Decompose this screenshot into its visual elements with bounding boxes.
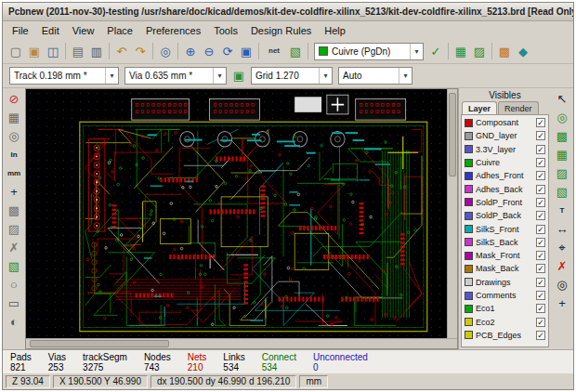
layer-select[interactable]: Cuivre (PgDn) ▾ — [314, 43, 424, 60]
cursor-shape-icon[interactable]: + — [6, 183, 23, 201]
zoom-fit-icon[interactable]: ▣ — [237, 42, 255, 60]
layer-color-swatch[interactable] — [465, 119, 473, 127]
layer-visibility-checkbox[interactable]: ✓ — [536, 118, 545, 127]
layer-row-Comments[interactable]: Comments✓ — [462, 289, 548, 302]
layer-visibility-checkbox[interactable]: ✓ — [536, 185, 545, 194]
layer-color-swatch[interactable] — [465, 159, 473, 167]
layer-row-3.3V_layer[interactable]: 3.3V_layer✓ — [462, 143, 548, 156]
layer-color-swatch[interactable] — [465, 132, 473, 140]
layer-visibility-checkbox[interactable]: ✓ — [536, 211, 545, 220]
layer-visibility-checkbox[interactable]: ✓ — [536, 251, 545, 260]
layer-visibility-checkbox[interactable]: ✓ — [536, 264, 545, 273]
layer-color-swatch[interactable] — [465, 145, 473, 153]
layer-color-swatch[interactable] — [465, 225, 473, 233]
add-track-icon[interactable]: ▨ — [554, 164, 571, 182]
layer-row-Eco1[interactable]: Eco1✓ — [462, 302, 548, 315]
layer-row-SoldP_Front[interactable]: SoldP_Front✓ — [462, 196, 548, 209]
track-width-select[interactable]: Track 0.198 mm * ▾ — [9, 67, 119, 85]
redo-icon[interactable]: ↷ — [131, 42, 150, 60]
grid-toggle-icon[interactable]: ▦ — [6, 109, 23, 126]
layer-visibility-checkbox[interactable]: ✓ — [536, 304, 545, 313]
menu-edit[interactable]: Edit — [35, 23, 66, 38]
add-footprint-icon[interactable]: ▦ — [554, 146, 571, 163]
units-inch-icon[interactable]: In — [6, 146, 23, 163]
tracks-sketch-icon[interactable]: ▭ — [6, 294, 23, 312]
highlight-net-icon[interactable]: ◎ — [554, 109, 571, 126]
layer-visibility-checkbox[interactable]: ✓ — [536, 131, 545, 140]
show-zones-icon[interactable]: ▧ — [6, 257, 23, 275]
menu-help[interactable]: Help — [318, 23, 352, 38]
layer-visibility-checkbox[interactable]: ✓ — [536, 171, 545, 180]
vertical-scrollbar-thumb[interactable] — [449, 93, 456, 176]
layer-visibility-checkbox[interactable]: ✓ — [536, 225, 545, 234]
pcb-canvas[interactable] — [26, 89, 447, 338]
layer-row-SoldP_Back[interactable]: SoldP_Back✓ — [462, 209, 548, 222]
menu-tools[interactable]: Tools — [207, 23, 244, 38]
horizontal-scrollbar-thumb[interactable] — [30, 340, 169, 347]
layer-visibility-checkbox[interactable]: ✓ — [536, 318, 545, 327]
add-zone-icon[interactable]: ▧ — [554, 183, 571, 201]
layer-row-PCB_Edges[interactable]: PCB_Edges✓ — [462, 329, 548, 342]
save-board-icon[interactable]: ◫ — [44, 42, 62, 60]
new-board-icon[interactable]: ▢ — [7, 42, 25, 60]
layer-row-GND_layer[interactable]: GND_layer✓ — [462, 129, 548, 142]
layer-row-Mask_Front[interactable]: Mask_Front✓ — [462, 249, 548, 262]
add-text-icon[interactable]: T — [554, 202, 571, 219]
delete-tool-icon[interactable]: ✗ — [554, 257, 571, 275]
auto-track-width-icon[interactable]: ▣ — [229, 67, 248, 85]
drc-off-icon[interactable]: ⊘ — [6, 90, 23, 108]
ratsnest-icon[interactable]: ▩ — [6, 202, 23, 219]
undo-icon[interactable]: ↶ — [112, 42, 131, 60]
grid-origin-icon[interactable]: + — [554, 294, 571, 312]
layer-color-swatch[interactable] — [465, 305, 473, 313]
layer-visibility-checkbox[interactable]: ✓ — [536, 145, 545, 154]
apply-layer-icon[interactable]: ✓ — [426, 42, 445, 60]
high-contrast-icon[interactable]: ◐ — [6, 313, 23, 331]
zoom-out-icon[interactable]: ⊖ — [200, 42, 218, 60]
layer-visibility-checkbox[interactable]: ✓ — [536, 158, 545, 167]
add-dimension-icon[interactable]: ↔ — [554, 220, 571, 238]
layer-visibility-checkbox[interactable]: ✓ — [536, 278, 545, 287]
layer-color-swatch[interactable] — [465, 185, 473, 193]
zoom-in-icon[interactable]: ⊕ — [181, 42, 200, 60]
layer-row-Drawings[interactable]: Drawings✓ — [462, 276, 548, 289]
layer-color-swatch[interactable] — [465, 318, 473, 326]
via-size-select[interactable]: Via 0.635 mm * ▾ — [124, 67, 227, 85]
select-tool-icon[interactable]: ↖ — [554, 90, 571, 108]
print-icon[interactable]: ▥ — [87, 42, 106, 60]
layer-color-swatch[interactable] — [465, 238, 473, 246]
track-mode-icon[interactable]: ▨ — [470, 42, 489, 60]
layer-row-SilkS_Back[interactable]: SilkS_Back✓ — [462, 236, 548, 249]
layer-color-swatch[interactable] — [465, 198, 473, 206]
layer-color-swatch[interactable] — [465, 278, 473, 286]
grid-select[interactable]: Grid 1.270 ▾ — [251, 67, 333, 85]
menu-view[interactable]: View — [66, 23, 101, 38]
layer-color-swatch[interactable] — [465, 331, 473, 339]
window-titlebar[interactable]: Pcbnew (2011-nov-30)-testing /usr/share/… — [3, 3, 573, 21]
page-settings-icon[interactable]: ▤ — [69, 42, 87, 60]
module-ratsnest-icon[interactable]: ▨ — [6, 220, 23, 238]
autoroute-icon[interactable]: ▩ — [495, 42, 514, 60]
tab-render[interactable]: Render — [498, 101, 539, 114]
layer-row-Cuivre[interactable]: Cuivre✓ — [462, 156, 548, 169]
drc-icon[interactable]: ▧ — [286, 42, 305, 60]
module-mode-icon[interactable]: ▦ — [452, 42, 470, 60]
layer-row-Mask_Back[interactable]: Mask_Back✓ — [462, 262, 548, 275]
layer-color-swatch[interactable] — [465, 292, 473, 300]
layer-visibility-checkbox[interactable]: ✓ — [536, 238, 545, 247]
layer-visibility-checkbox[interactable]: ✓ — [536, 331, 545, 340]
freeroute-icon[interactable]: ◆ — [514, 42, 532, 60]
layer-visibility-checkbox[interactable]: ✓ — [536, 198, 545, 207]
tab-layer[interactable]: Layer — [462, 101, 497, 114]
layer-color-swatch[interactable] — [465, 212, 473, 220]
layer-row-Adhes_Front[interactable]: Adhes_Front✓ — [462, 169, 548, 182]
layer-row-Eco2[interactable]: Eco2✓ — [462, 315, 548, 328]
menu-preferences[interactable]: Preferences — [139, 23, 207, 38]
layer-color-swatch[interactable] — [465, 265, 473, 273]
pads-sketch-icon[interactable]: ○ — [6, 276, 23, 294]
find-icon[interactable]: ◎ — [156, 42, 175, 60]
layer-color-swatch[interactable] — [465, 252, 473, 260]
autodel-track-icon[interactable]: ✗ — [6, 239, 23, 256]
layer-row-Adhes_Back[interactable]: Adhes_Back✓ — [462, 182, 548, 195]
redraw-view-icon[interactable]: ⟳ — [218, 42, 237, 60]
